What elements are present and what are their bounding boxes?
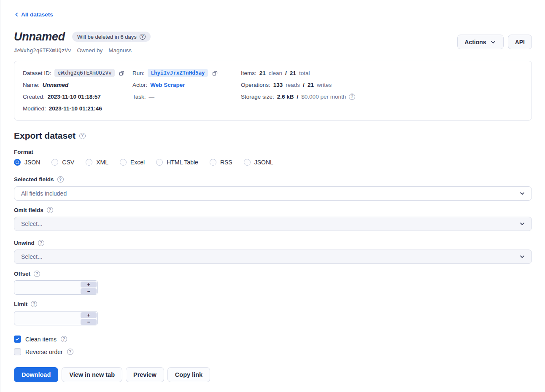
help-icon[interactable]: ?: [34, 271, 40, 277]
format-radio-excel[interactable]: Excel: [120, 159, 145, 166]
help-icon[interactable]: ?: [140, 34, 146, 40]
storage-cost-value: $0.000 per month: [301, 94, 346, 100]
preview-button[interactable]: Preview: [126, 367, 164, 382]
clean-items-label: Clean items: [25, 336, 57, 343]
limit-label: Limit ?: [14, 301, 532, 307]
operations-label: Operations:: [241, 82, 270, 88]
breadcrumb-all-datasets[interactable]: All datasets: [14, 11, 53, 18]
format-radio-csv[interactable]: CSV: [51, 159, 74, 166]
format-radio-json[interactable]: JSON: [14, 159, 40, 166]
limit-steppers: + −: [81, 312, 97, 325]
format-radio-html-table[interactable]: HTML Table: [156, 159, 198, 166]
items-total-word: total: [299, 70, 310, 76]
help-icon[interactable]: ?: [31, 301, 37, 307]
export-section-title: Export dataset: [14, 131, 76, 141]
omit-fields-label-text: Omit fields: [14, 207, 43, 213]
main-content: All datasets Actions API Unnamed Will be…: [0, 0, 545, 382]
items-total-count: 21: [290, 70, 296, 76]
clean-items-row: Clean items ?: [14, 336, 532, 343]
limit-input-wrapper: + −: [14, 311, 98, 325]
format-label-text: Format: [14, 149, 33, 155]
operations-reads-word: reads: [286, 82, 300, 88]
clean-items-checkbox[interactable]: [14, 336, 21, 343]
help-icon[interactable]: ?: [67, 349, 73, 355]
offset-label-text: Offset: [14, 271, 30, 277]
decrement-button[interactable]: −: [81, 319, 97, 325]
owned-by-label: Owned by: [77, 47, 103, 54]
omit-fields-select[interactable]: Select...: [14, 217, 532, 231]
help-icon[interactable]: ?: [79, 133, 86, 139]
format-radio-rss[interactable]: RSS: [210, 159, 232, 166]
format-label: Format: [14, 149, 532, 155]
copy-icon[interactable]: [119, 70, 125, 76]
info-column-1: Dataset ID: eWxhg2q6TEXmUQzVv Name: Unna…: [23, 67, 132, 114]
items-clean-word: clean: [269, 70, 282, 76]
run-label: Run:: [132, 70, 145, 76]
format-option-label: JSONL: [254, 159, 273, 166]
download-button[interactable]: Download: [14, 367, 58, 382]
operations-writes-word: writes: [317, 82, 332, 88]
run-id-link[interactable]: LhyiIvJrxZTnHd5ay: [148, 69, 208, 77]
actor-link[interactable]: Web Scraper: [150, 82, 185, 88]
copy-icon[interactable]: [212, 70, 218, 76]
radio-unchecked-icon[interactable]: [156, 159, 163, 166]
radio-unchecked-icon[interactable]: [210, 159, 216, 166]
breadcrumb-label: All datasets: [21, 11, 53, 18]
dataset-hash-id: #eWxhg2q6TEXmUQzVv: [14, 47, 71, 54]
items-label: Items:: [241, 70, 256, 76]
unwind-label: Unwind ?: [14, 240, 532, 246]
items-row: Items: 21 clean / 21 total: [241, 67, 523, 79]
task-row: Task: —: [132, 91, 241, 102]
radio-unchecked-icon[interactable]: [120, 159, 127, 166]
api-button[interactable]: API: [508, 35, 532, 49]
deletion-badge: Will be deleted in 6 days ?: [72, 32, 151, 42]
deletion-badge-label: Will be deleted in 6 days: [77, 34, 137, 40]
dataset-detail-page: All datasets Actions API Unnamed Will be…: [0, 0, 545, 392]
radio-checked-icon[interactable]: [14, 159, 21, 166]
increment-button[interactable]: +: [81, 312, 97, 318]
dataset-id-label: Dataset ID:: [23, 70, 51, 76]
dataset-id-value: eWxhg2q6TEXmUQzVv: [54, 69, 115, 77]
help-icon[interactable]: ?: [57, 176, 64, 183]
created-label: Created:: [23, 94, 45, 100]
radio-unchecked-icon[interactable]: [86, 159, 92, 166]
modified-row: Modified: 2023-11-10 01:21:46: [23, 102, 132, 114]
page-title: Unnamed: [14, 30, 65, 43]
chevron-down-icon: [490, 39, 496, 46]
radio-unchecked-icon[interactable]: [244, 159, 251, 166]
selected-fields-value: All fields included: [21, 190, 67, 197]
items-clean-count: 21: [259, 70, 266, 76]
view-in-new-tab-button[interactable]: View in new tab: [62, 367, 122, 382]
chevron-down-icon: [519, 253, 526, 260]
owner-name: Magnuss: [108, 47, 132, 54]
actor-row: Actor: Web Scraper: [132, 79, 241, 91]
unwind-select[interactable]: Select...: [14, 250, 532, 264]
format-radio-xml[interactable]: XML: [86, 159, 108, 166]
format-option-label: Excel: [130, 159, 145, 166]
help-icon[interactable]: ?: [61, 336, 67, 342]
unwind-label-text: Unwind: [14, 240, 35, 246]
format-radio-jsonl[interactable]: JSONL: [244, 159, 273, 166]
radio-unchecked-icon[interactable]: [51, 159, 58, 166]
operations-separator: /: [303, 82, 305, 88]
omit-fields-label: Omit fields ?: [14, 207, 532, 213]
decrement-button[interactable]: −: [81, 288, 97, 294]
page-bottom-border: [0, 383, 545, 383]
selected-fields-select[interactable]: All fields included: [14, 186, 532, 201]
reverse-order-row: Reverse order ?: [14, 348, 532, 355]
actions-button-label: Actions: [464, 39, 486, 46]
format-option-label: CSV: [62, 159, 74, 166]
increment-button[interactable]: +: [81, 282, 97, 287]
task-label: Task:: [132, 94, 146, 100]
storage-label: Storage size:: [241, 94, 274, 100]
chevron-down-icon: [519, 190, 526, 197]
help-icon[interactable]: ?: [349, 94, 355, 100]
name-value: Unnamed: [43, 82, 69, 88]
operations-reads-count: 133: [273, 82, 283, 88]
actions-button[interactable]: Actions: [457, 35, 503, 49]
title-row: Unnamed Will be deleted in 6 days ?: [14, 30, 532, 43]
copy-link-button[interactable]: Copy link: [167, 367, 210, 382]
help-icon[interactable]: ?: [47, 207, 53, 213]
help-icon[interactable]: ?: [38, 240, 44, 246]
reverse-order-checkbox[interactable]: [14, 348, 21, 355]
